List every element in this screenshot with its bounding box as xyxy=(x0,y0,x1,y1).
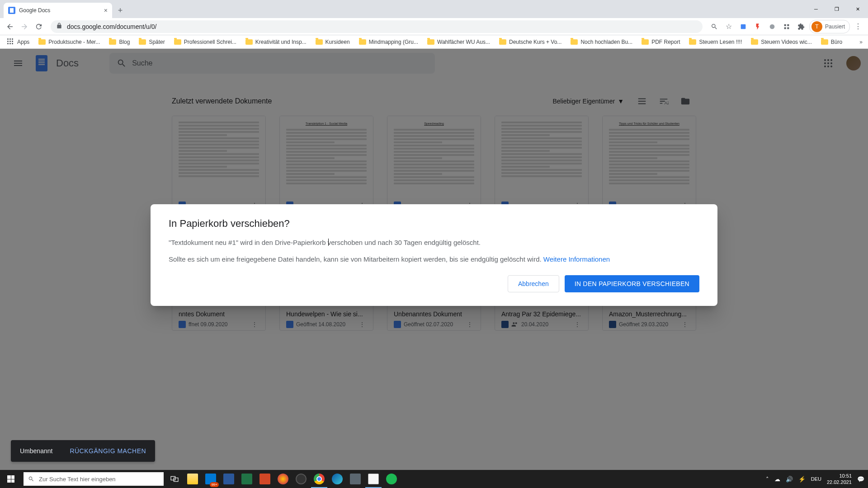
app1-icon[interactable] xyxy=(274,470,292,488)
folder-icon xyxy=(571,39,578,45)
dialog-title: In Papierkorb verschieben? xyxy=(169,218,699,230)
bookmark-label: Blog xyxy=(119,39,130,45)
bookmark-item[interactable]: Steuern Videos wic... xyxy=(747,37,816,47)
forward-button[interactable] xyxy=(18,20,31,33)
dialog-text-2: Sollte es sich um eine freigegebene Date… xyxy=(169,254,699,265)
bookmark-item[interactable]: Mindmapping (Gru... xyxy=(355,37,422,47)
apps-label: Apps xyxy=(17,39,29,45)
notepad-icon[interactable] xyxy=(364,470,382,488)
reload-button[interactable] xyxy=(33,20,45,33)
bookmark-label: Deutsche Kurs + Vo... xyxy=(509,39,561,45)
wifi-icon[interactable]: ⚡ xyxy=(798,476,806,483)
text-caret xyxy=(328,239,329,246)
bookmark-item[interactable]: Deutsche Kurs + Vo... xyxy=(495,37,565,47)
folder-icon xyxy=(139,39,146,45)
tab-close-icon[interactable]: × xyxy=(104,7,108,14)
task-view-button[interactable] xyxy=(165,470,184,488)
bookmark-item[interactable]: Wahlfächer WU Aus... xyxy=(424,37,494,47)
folder-icon xyxy=(689,39,696,45)
taskbar-search-placeholder: Zur Suche Text hier eingeben xyxy=(39,476,116,483)
tab-title: Google Docs xyxy=(19,7,50,14)
start-button[interactable] xyxy=(0,470,22,488)
zoom-icon[interactable] xyxy=(708,20,721,33)
back-button[interactable] xyxy=(4,20,16,33)
app2-icon[interactable] xyxy=(346,470,364,488)
svg-rect-5 xyxy=(787,27,789,29)
lock-icon xyxy=(56,23,62,30)
bookmark-label: Später xyxy=(149,39,165,45)
apps-bookmark[interactable]: Apps xyxy=(4,37,33,47)
bookmark-item[interactable]: PDF Report xyxy=(638,37,684,47)
extension4-icon[interactable] xyxy=(780,20,793,33)
svg-rect-4 xyxy=(784,27,786,29)
volume-icon[interactable]: 🔊 xyxy=(786,476,793,483)
star-icon[interactable]: ☆ xyxy=(722,20,735,33)
undo-button[interactable]: RÜCKGÄNGIG MACHEN xyxy=(70,447,146,455)
bookmark-item[interactable]: Noch hochladen Bu... xyxy=(567,37,636,47)
clock[interactable]: 10:51 22.02.2021 xyxy=(827,473,852,486)
folder-icon xyxy=(174,39,181,45)
docs-favicon xyxy=(8,7,15,14)
bookmark-label: Kursideen xyxy=(326,39,350,45)
dialog-text-1: "Textdokument neu #1" wird in den Drive-… xyxy=(169,238,699,248)
maximize-button[interactable]: ❐ xyxy=(826,0,847,18)
folder-icon xyxy=(38,39,46,45)
learn-more-link[interactable]: Weitere Informationen xyxy=(543,255,610,263)
excel-icon[interactable] xyxy=(238,470,256,488)
bookmark-label: Steuern Lesen !!!! xyxy=(699,39,742,45)
bookmark-item[interactable]: Produktsuche - Mer... xyxy=(35,37,104,47)
bookmark-item[interactable]: Steuern Lesen !!!! xyxy=(685,37,745,47)
minimize-button[interactable]: ─ xyxy=(806,0,826,18)
move-to-trash-button[interactable]: IN DEN PAPIERKORB VERSCHIEBEN xyxy=(565,275,699,292)
bookmark-label: Kreativität und Insp... xyxy=(255,39,307,45)
obs-icon[interactable] xyxy=(292,470,310,488)
chrome-menu-icon[interactable]: ⋮ xyxy=(852,20,864,33)
mail-icon[interactable]: 99+ xyxy=(202,470,220,488)
notifications-icon[interactable]: 💬 xyxy=(857,476,864,483)
system-tray: ˄ ☁ 🔊 ⚡ DEU 10:51 22.02.2021 💬 xyxy=(766,473,868,486)
edge-icon[interactable] xyxy=(328,470,346,488)
folder-icon xyxy=(109,39,116,45)
tray-chevron-icon[interactable]: ˄ xyxy=(766,476,769,483)
profile-paused-pill[interactable]: T Pausiert xyxy=(809,20,850,33)
bookmark-item[interactable]: Blog xyxy=(105,37,133,47)
extension1-icon[interactable] xyxy=(737,20,750,33)
bookmark-label: Professionell Schrei... xyxy=(184,39,236,45)
folder-icon xyxy=(499,39,506,45)
new-tab-button[interactable]: + xyxy=(114,4,127,17)
toast-message: Umbenannt xyxy=(20,447,52,455)
bookmarks-overflow-icon[interactable]: » xyxy=(858,37,864,47)
file-explorer-icon[interactable] xyxy=(184,470,202,488)
svg-rect-8 xyxy=(174,478,178,482)
close-button[interactable]: ✕ xyxy=(847,0,868,18)
extensions-icon[interactable] xyxy=(795,20,807,33)
browser-titlebar: Google Docs × + ─ ❐ ✕ xyxy=(0,0,868,18)
taskbar-search[interactable]: Zur Suche Text hier eingeben xyxy=(24,472,164,486)
chrome-icon[interactable] xyxy=(310,470,328,488)
folder-icon xyxy=(642,39,649,45)
svg-rect-0 xyxy=(741,24,746,29)
extension2-icon[interactable] xyxy=(751,20,764,33)
bookmark-item[interactable]: Kreativität und Insp... xyxy=(242,37,310,47)
folder-icon xyxy=(245,39,253,45)
svg-rect-2 xyxy=(784,24,786,26)
bookmark-item[interactable]: Kursideen xyxy=(312,37,354,47)
bookmark-item[interactable]: Professionell Schrei... xyxy=(170,37,240,47)
spotify-icon[interactable] xyxy=(382,470,401,488)
windows-taskbar: Zur Suche Text hier eingeben 99+ ˄ ☁ 🔊 ⚡… xyxy=(0,470,868,488)
rename-toast: Umbenannt RÜCKGÄNGIG MACHEN xyxy=(11,440,155,462)
bookmark-label: Büro xyxy=(831,39,842,45)
svg-rect-7 xyxy=(171,476,175,480)
cancel-button[interactable]: Abbrechen xyxy=(508,275,559,292)
browser-tab[interactable]: Google Docs × xyxy=(4,3,112,18)
address-bar[interactable]: docs.google.com/document/u/0/ xyxy=(51,20,703,33)
browser-toolbar: docs.google.com/document/u/0/ ☆ T Pausie… xyxy=(0,18,868,35)
url-text: docs.google.com/document/u/0/ xyxy=(67,23,156,30)
powerpoint-icon[interactable] xyxy=(256,470,274,488)
word-icon[interactable] xyxy=(220,470,238,488)
bookmark-item[interactable]: Büro xyxy=(817,37,846,47)
extension3-icon[interactable] xyxy=(766,20,778,33)
bookmark-item[interactable]: Später xyxy=(135,37,168,47)
language-indicator[interactable]: DEU xyxy=(811,476,821,482)
onedrive-icon[interactable]: ☁ xyxy=(774,476,780,483)
